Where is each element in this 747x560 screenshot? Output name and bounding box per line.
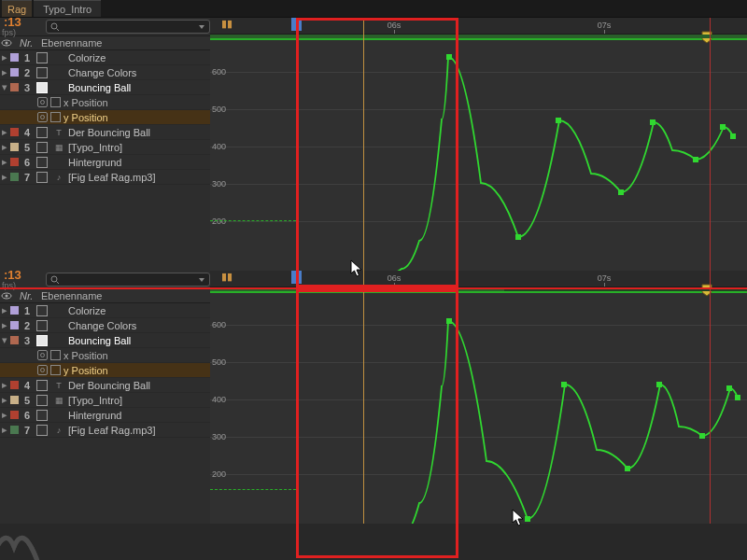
workarea-start-marker[interactable]: ▮▮ — [221, 271, 233, 283]
graph-editor-bottom[interactable]: ▮▮ 06s 07s 600500400300200 — [210, 271, 747, 524]
value-curve[interactable] — [210, 40, 747, 271]
current-time-indicator[interactable] — [296, 18, 297, 271]
keyframe-handle[interactable] — [561, 382, 567, 387]
cti-head[interactable] — [291, 271, 302, 284]
layer-source-swatch[interactable] — [36, 335, 48, 346]
expand-toggle-icon[interactable]: ▸ — [0, 141, 8, 153]
value-curve[interactable] — [210, 293, 747, 524]
layer-color-swatch[interactable] — [10, 426, 19, 434]
layer-color-swatch[interactable] — [10, 321, 19, 329]
graph-toggle-icon[interactable] — [50, 97, 61, 107]
stopwatch-icon[interactable] — [37, 365, 48, 375]
layer-color-swatch[interactable] — [10, 128, 19, 136]
expand-toggle-icon[interactable]: ▸ — [0, 409, 8, 421]
keyframe-handle[interactable] — [726, 385, 732, 391]
stopwatch-icon[interactable] — [37, 112, 48, 122]
layer-row[interactable]: ▾3Bouncing Ball — [0, 80, 210, 95]
search-input[interactable] — [46, 273, 210, 287]
keyframe-handle[interactable] — [693, 157, 698, 162]
layer-color-swatch[interactable] — [10, 53, 19, 62]
layer-color-swatch[interactable] — [10, 173, 19, 181]
tab-typo-intro[interactable]: Typo_Intro — [34, 0, 101, 17]
expand-toggle-icon[interactable]: ▸ — [0, 379, 8, 391]
layer-row[interactable]: ▸6Hintergrund — [0, 408, 210, 423]
expand-toggle-icon[interactable]: ▸ — [0, 156, 8, 168]
layer-name[interactable]: [Typo_Intro] — [67, 142, 122, 153]
layer-row[interactable]: ▸4TDer Bouncing Ball — [0, 125, 210, 140]
layer-name[interactable]: [Fig Leaf Rag.mp3] — [67, 172, 156, 183]
layer-name[interactable]: Change Colors — [67, 67, 136, 78]
current-time[interactable]: :13fps) — [0, 17, 29, 37]
expand-toggle-icon[interactable]: ▸ — [0, 126, 8, 138]
expand-toggle-icon[interactable]: ▸ — [0, 319, 8, 331]
stopwatch-icon[interactable] — [37, 97, 48, 107]
layer-color-swatch[interactable] — [10, 143, 19, 151]
graph-toggle-icon[interactable] — [50, 350, 61, 360]
keyframe-handle[interactable] — [556, 118, 561, 123]
layer-source-swatch[interactable] — [36, 425, 48, 436]
layer-source-swatch[interactable] — [36, 320, 48, 331]
layer-row[interactable]: ▸7♪[Fig Leaf Rag.mp3] — [0, 170, 210, 185]
layer-name[interactable]: Hintergrund — [67, 410, 121, 421]
layer-source-swatch[interactable] — [36, 395, 48, 406]
expand-toggle-icon[interactable]: ▸ — [0, 171, 8, 183]
layer-source-swatch[interactable] — [36, 410, 48, 421]
stopwatch-icon[interactable] — [37, 350, 48, 360]
layer-row[interactable]: ▾3Bouncing Ball — [0, 333, 210, 348]
graph-editor-top[interactable]: ▮▮ 06s 07s 600500400300200 — [210, 18, 747, 271]
layer-row[interactable]: ▸2Change Colors — [0, 318, 210, 333]
layer-source-swatch[interactable] — [36, 157, 48, 168]
layer-source-swatch[interactable] — [36, 52, 48, 63]
layer-source-swatch[interactable] — [36, 142, 48, 153]
layer-color-swatch[interactable] — [10, 83, 19, 91]
layer-color-swatch[interactable] — [10, 396, 19, 404]
layer-name[interactable]: Hintergrund — [67, 157, 121, 168]
keyframe-handle[interactable] — [656, 382, 662, 387]
property-row-y-position[interactable]: y Position — [0, 363, 210, 378]
layer-color-swatch[interactable] — [10, 336, 19, 344]
layer-name[interactable]: Change Colors — [67, 320, 136, 331]
expand-toggle-icon[interactable]: ▾ — [0, 81, 8, 93]
layer-name[interactable]: [Fig Leaf Rag.mp3] — [67, 425, 156, 436]
keyframe-handle[interactable] — [446, 54, 452, 60]
keyframe-handle[interactable] — [720, 124, 726, 130]
layer-row[interactable]: ▸4TDer Bouncing Ball — [0, 378, 210, 393]
graph-toggle-icon[interactable] — [50, 112, 61, 122]
layer-color-swatch[interactable] — [10, 381, 19, 389]
expand-toggle-icon[interactable]: ▸ — [0, 424, 8, 436]
expand-toggle-icon[interactable]: ▾ — [0, 334, 8, 346]
expand-toggle-icon[interactable]: ▸ — [0, 66, 8, 78]
graph-toggle-icon[interactable] — [50, 365, 61, 375]
layer-source-swatch[interactable] — [36, 172, 48, 183]
expand-toggle-icon[interactable]: ▸ — [0, 51, 8, 63]
keyframe-handle[interactable] — [446, 318, 452, 324]
layer-name[interactable]: Bouncing Ball — [67, 82, 131, 93]
keyframe-handle[interactable] — [625, 466, 630, 471]
layer-row[interactable]: ▸6Hintergrund — [0, 155, 210, 170]
layer-row[interactable]: ▸1Colorize — [0, 303, 210, 318]
property-row-x-position[interactable]: x Position — [0, 348, 210, 363]
layer-color-swatch[interactable] — [10, 411, 19, 419]
layer-source-swatch[interactable] — [36, 305, 48, 316]
keyframe-handle[interactable] — [650, 119, 655, 125]
layer-source-swatch[interactable] — [36, 127, 48, 138]
layer-source-swatch[interactable] — [36, 82, 48, 93]
keyframe-handle[interactable] — [515, 234, 521, 240]
search-input[interactable] — [46, 20, 210, 34]
layer-source-swatch[interactable] — [36, 67, 48, 78]
current-time-indicator[interactable] — [296, 271, 297, 524]
keyframe-handle[interactable] — [618, 189, 624, 195]
expand-toggle-icon[interactable]: ▸ — [0, 304, 8, 316]
layer-color-swatch[interactable] — [10, 158, 19, 166]
cti-head[interactable] — [291, 18, 302, 31]
expand-toggle-icon[interactable]: ▸ — [0, 394, 8, 406]
property-row-y-position[interactable]: y Position — [0, 110, 210, 125]
keyframe-handle[interactable] — [735, 395, 740, 400]
layer-source-swatch[interactable] — [36, 380, 48, 391]
layer-row[interactable]: ▸5▦[Typo_Intro] — [0, 393, 210, 408]
layer-name[interactable]: Colorize — [67, 52, 106, 63]
layer-name[interactable]: [Typo_Intro] — [67, 395, 122, 406]
keyframe-handle[interactable] — [699, 433, 705, 439]
layer-name[interactable]: Der Bouncing Ball — [67, 127, 150, 138]
layer-row[interactable]: ▸7♪[Fig Leaf Rag.mp3] — [0, 423, 210, 438]
